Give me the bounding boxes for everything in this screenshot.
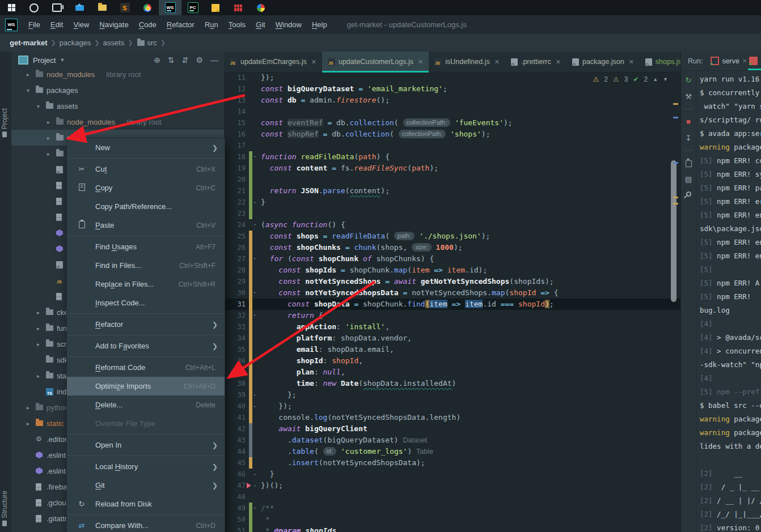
chevron-right-icon[interactable]: ▸ [47, 119, 50, 125]
context-menu-item-inspect-code-[interactable]: Inspect Code... [67, 293, 225, 312]
context-menu-item-add-to-favorites[interactable]: Add to Favorites❯ [67, 337, 225, 355]
scroll-to-end-icon[interactable]: ↧ [686, 134, 692, 142]
menubar-item-refactor[interactable]: Refactor [162, 20, 200, 29]
stop-icon[interactable]: ■ [686, 117, 691, 126]
fold-marker-icon[interactable]: ▾ [253, 253, 259, 265]
menubar-item-code[interactable]: Code [134, 20, 162, 29]
code-line[interactable]: 27▾ for (const shopChunk of shopChunks) … [224, 253, 680, 265]
close-icon[interactable]: ✕ [494, 58, 500, 66]
code-line[interactable]: 51 * @param shopIds [224, 525, 680, 532]
context-menu-item-delete-[interactable]: Delete...Delete [67, 395, 225, 414]
code-line[interactable]: 38 time: new Date(shopData.installedAt) [224, 378, 680, 389]
run-tab-serve[interactable]: serve ✕ [711, 52, 747, 70]
menubar-item-file[interactable]: File [23, 20, 45, 29]
close-icon[interactable]: ✕ [742, 58, 747, 64]
context-menu-item-optimize-imports[interactable]: Optimize ImportsCtrl+Alt+O [67, 377, 225, 395]
fold-marker-icon[interactable]: ▾ [253, 310, 259, 321]
code-line[interactable]: 40▴ }); [224, 401, 680, 412]
tree-row[interactable]: ▾packages [11, 82, 224, 98]
fold-marker-icon[interactable]: ▴ [253, 469, 259, 480]
code-line[interactable]: 47▴})(); [224, 480, 680, 491]
chevron-right-icon[interactable]: ▸ [37, 341, 40, 347]
menubar-item-edit[interactable]: Edit [45, 20, 68, 29]
context-menu-item-reload-from-disk[interactable]: ↻Reload from Disk [67, 495, 225, 513]
code-line[interactable]: 34 platform: shopData.vendor, [224, 333, 680, 344]
tree-row[interactable]: ▾assets [11, 98, 224, 114]
breadcrumb-item-get-market[interactable]: get-market [10, 39, 47, 47]
pin-icon[interactable] [685, 190, 692, 198]
project-panel-title[interactable]: Project [33, 56, 56, 65]
code-line[interactable]: 13const db = admin.firestore(); [224, 95, 680, 106]
code-line[interactable]: 37 plan: null, [224, 367, 680, 378]
code-editor[interactable]: 11});12const bigQueryDataset = 'email_ma… [224, 72, 680, 532]
code-line[interactable]: 39▴ }; [224, 389, 680, 401]
code-line[interactable]: 42 await bigQueryClient [224, 423, 680, 435]
chevron-right-icon[interactable]: ▸ [37, 325, 40, 331]
inspection-indicators[interactable]: ⚠2⚠3✔2▲▼ [593, 75, 669, 83]
editor-tab-.prettierrc[interactable]: .prettierrc✕ [505, 52, 566, 72]
next-issue-icon[interactable]: ▼ [663, 76, 668, 82]
pycharm-icon[interactable]: PC [181, 0, 204, 15]
code-line[interactable]: 22▴} [224, 197, 680, 208]
code-line[interactable]: 17 [224, 140, 680, 151]
red-app-icon[interactable] [227, 0, 250, 15]
context-menu-item-refactor[interactable]: Refactor❯ [67, 315, 225, 334]
code-line[interactable]: 19 const content = fs.readFileSync(path)… [224, 163, 680, 174]
start-button[interactable] [0, 0, 23, 15]
settings-wrench-icon[interactable]: ⚒ [685, 92, 692, 101]
fold-marker-icon[interactable]: ▾ [253, 287, 259, 299]
photos-icon[interactable] [250, 0, 272, 15]
code-line[interactable]: 31 const shopData = shopChunk.find(item … [224, 299, 680, 310]
trash-icon[interactable] [686, 160, 692, 167]
code-line[interactable]: 36 shopId: shopId, [224, 355, 680, 367]
context-menu-item-copy[interactable]: CopyCtrl+C [67, 178, 225, 197]
context-menu-item-new[interactable]: New❯ [67, 138, 225, 157]
context-menu-item-reformat-code[interactable]: Reformat CodeCtrl+Alt+L [67, 358, 225, 377]
fold-marker-icon[interactable]: ▾ [253, 503, 259, 514]
fold-marker-icon[interactable]: ▴ [253, 401, 259, 412]
chevron-right-icon[interactable]: ▸ [27, 420, 29, 427]
chevron-down-icon[interactable]: ▾ [37, 103, 40, 109]
code-line[interactable]: 12const bigQueryDataset = 'email_marketi… [224, 83, 680, 95]
context-menu-item-open-in[interactable]: Open In❯ [67, 436, 225, 454]
editor-tab-updateEmCharges.js[interactable]: JSupdateEmCharges.js✕ [224, 52, 322, 72]
context-menu-item-replace-in-files-[interactable]: Replace in Files...Ctrl+Shift+R [67, 275, 225, 293]
breadcrumb-item-assets[interactable]: assets [103, 39, 125, 47]
chrome-icon[interactable] [136, 0, 159, 15]
code-line[interactable]: 20 [224, 174, 680, 185]
sticky-notes-icon[interactable] [204, 0, 227, 15]
locate-icon[interactable]: ⊕ [154, 56, 160, 65]
editor-scrollbar[interactable] [671, 160, 677, 302]
context-menu-item-find-usages[interactable]: Find UsagesAlt+F7 [67, 237, 225, 256]
run-tab-2[interactable] [749, 52, 761, 70]
tool-strip-project[interactable]: Project [1, 108, 9, 137]
chevron-down-icon[interactable]: ▾ [27, 87, 29, 93]
editor-tab-package.json[interactable]: package.json✕ [566, 52, 640, 72]
chevron-right-icon[interactable]: ▸ [37, 373, 40, 379]
rerun-icon[interactable]: ↻ [686, 76, 692, 84]
fold-marker-icon[interactable]: ▴ [253, 389, 259, 401]
console-output[interactable]: yarn run v1.16.0$ concurrently " watch" … [696, 70, 761, 532]
context-menu-item-local-history[interactable]: Local History❯ [67, 457, 225, 476]
settings-icon[interactable]: ⚙ [196, 56, 203, 65]
chevron-right-icon[interactable]: ▸ [27, 71, 29, 78]
collapse-all-icon[interactable]: ⇅ [182, 56, 189, 65]
editor-tab-isUndefined.js[interactable]: JSisUndefined.js✕ [429, 52, 505, 72]
breadcrumb-item-src[interactable]: src [147, 39, 157, 47]
fold-marker-icon[interactable]: ▴ [253, 197, 259, 208]
fold-marker-icon[interactable]: ▾ [253, 151, 259, 163]
tree-row[interactable]: ▸node_moduleslibrary root [11, 66, 224, 82]
code-line[interactable]: 49▾/** [224, 503, 680, 514]
expand-all-icon[interactable]: ⇅ [168, 56, 175, 65]
context-menu-item-copy-path-reference-[interactable]: Copy Path/Reference... [67, 197, 225, 216]
breadcrumb-item-packages[interactable]: packages [60, 39, 91, 47]
tool-strip-structure[interactable]: Structure [1, 491, 9, 526]
task-view-icon[interactable] [45, 0, 68, 15]
code-line[interactable]: 46▴ } [224, 469, 680, 480]
code-line[interactable]: 28 const shopIds = shopChunk.map(item =>… [224, 265, 680, 276]
code-line[interactable]: 15const eventRef = db.collection( collec… [224, 117, 680, 129]
context-menu-item-find-in-files-[interactable]: Find in Files...Ctrl+Shift+F [67, 256, 225, 275]
fold-marker-icon[interactable]: ▾ [253, 219, 259, 231]
code-line[interactable]: 30▾ const notYetSyncedShopsData = notYet… [224, 287, 680, 299]
editor-tab-shops.json[interactable]: shops.json✕ [640, 52, 680, 72]
